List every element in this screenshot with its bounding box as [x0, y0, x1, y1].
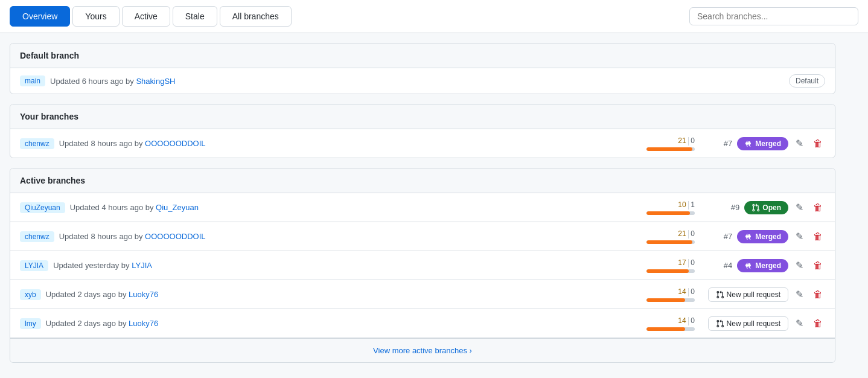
active-branch-row-1: chenwz Updated 8 hours ago by OOOOOODDOI…: [10, 222, 835, 251]
branch-name-main[interactable]: main: [20, 75, 45, 86]
active-pr-area-0: #9 Open ✎ 🗑: [704, 199, 825, 216]
bar-2: [646, 269, 695, 273]
active-branch-name-0[interactable]: QiuZeyuan: [20, 202, 65, 213]
pr-number-active-0: #9: [731, 203, 739, 212]
tab-yours[interactable]: Yours: [72, 6, 119, 27]
search-input[interactable]: [689, 7, 858, 25]
view-more-active[interactable]: View more active branches ›: [10, 338, 835, 362]
your-branches-section: Your branches chenwz Updated 8 hours ago…: [10, 104, 835, 158]
your-branch-meta-0: Updated 8 hours ago by OOOOOODDOIL: [59, 139, 637, 148]
tab-overview[interactable]: Overview: [10, 6, 70, 27]
bar-1: [646, 240, 695, 244]
active-branch-name-1[interactable]: chenwz: [20, 231, 54, 242]
delete-active-4[interactable]: 🗑: [811, 316, 825, 332]
active-branch-bar-2: 17 | 0: [646, 258, 695, 273]
ahead-1: 21: [678, 229, 686, 238]
delete-button-your-0[interactable]: 🗑: [811, 136, 825, 152]
active-branch-row-3: xyb Updated 2 days ago by Luoky76 14 | 0…: [10, 280, 835, 309]
new-pr-badge-4[interactable]: New pull request: [708, 316, 788, 331]
active-branch-meta-3: Updated 2 days ago by Luoky76: [46, 290, 637, 299]
tab-active[interactable]: Active: [122, 6, 170, 27]
edit-button-your-0[interactable]: ✎: [793, 135, 806, 152]
new-pr-badge-3[interactable]: New pull request: [708, 287, 788, 302]
active-branches-header: Active branches: [10, 168, 835, 193]
active-branch-bar-0: 10 | 1: [646, 200, 695, 215]
default-branch-header: Default branch: [10, 43, 835, 68]
merged-badge-active-1[interactable]: Merged: [737, 230, 788, 243]
tab-all-branches[interactable]: All branches: [220, 6, 292, 27]
active-branch-name-4[interactable]: lmy: [20, 318, 41, 329]
merged-label-active-1: Merged: [755, 232, 781, 241]
bar-track-your-0: [646, 147, 695, 151]
behind-0: 1: [691, 200, 695, 209]
bar-fill-your-0: [646, 147, 692, 151]
pr-number-active-1: #7: [724, 232, 732, 241]
default-badge: Default: [789, 74, 825, 88]
bar-0: [646, 211, 695, 215]
active-pr-area-2: #4 Merged ✎ 🗑: [704, 257, 825, 274]
active-branch-bar-3: 14 | 0: [646, 287, 695, 302]
pr-number-your-0: #7: [724, 139, 732, 148]
active-pr-area-1: #7 Merged ✎ 🗑: [704, 228, 825, 245]
active-branch-row-4: lmy Updated 2 days ago by Luoky76 14 | 0…: [10, 309, 835, 338]
behind-count-your-0: 0: [691, 136, 695, 145]
branch-tabs: Overview Yours Active Stale All branches: [10, 6, 294, 27]
your-branch-user-0[interactable]: OOOOOODDOIL: [145, 139, 205, 148]
ahead-4: 14: [678, 316, 686, 325]
active-branch-meta-4: Updated 2 days ago by Luoky76: [46, 319, 637, 328]
active-branch-bar-4: 14 | 0: [646, 316, 695, 331]
ahead-3: 14: [678, 287, 686, 296]
tab-stale[interactable]: Stale: [173, 6, 217, 27]
active-branch-name-2[interactable]: LYJIA: [20, 260, 48, 271]
pr-number-active-2: #4: [724, 261, 732, 270]
behind-1: 0: [691, 229, 695, 238]
chevron-right-icon: ›: [470, 346, 472, 355]
edit-active-0[interactable]: ✎: [793, 199, 806, 216]
behind-3: 0: [691, 287, 695, 296]
active-branch-user-3[interactable]: Luoky76: [129, 290, 158, 299]
new-pr-label-4: New pull request: [727, 319, 780, 328]
open-badge-0[interactable]: Open: [744, 201, 788, 214]
your-branches-header: Your branches: [10, 104, 835, 129]
active-branch-row-0: QiuZeyuan Updated 4 hours ago by Qiu_Zey…: [10, 193, 835, 222]
your-branch-pr-area-0: #7 Merged ✎ 🗑: [704, 135, 825, 152]
ahead-count-your-0: 21: [678, 136, 686, 145]
view-more-label: View more active branches: [373, 346, 467, 355]
delete-active-0[interactable]: 🗑: [811, 200, 825, 216]
edit-active-1[interactable]: ✎: [793, 228, 806, 245]
merged-badge-active-2[interactable]: Merged: [737, 259, 788, 272]
active-branch-meta-2: Updated yesterday by LYJIA: [53, 261, 637, 270]
active-branch-user-0[interactable]: Qiu_Zeyuan: [156, 203, 199, 212]
your-branch-name-0[interactable]: chenwz: [20, 138, 54, 149]
branch-user-main[interactable]: ShakingSH: [136, 77, 175, 86]
main-content: Default branch main Updated 6 hours ago …: [0, 33, 845, 378]
active-pr-area-4: New pull request ✎ 🗑: [704, 315, 825, 332]
active-branch-user-2[interactable]: LYJIA: [132, 261, 152, 270]
edit-active-2[interactable]: ✎: [793, 257, 806, 274]
merged-badge-your-0[interactable]: Merged: [737, 137, 788, 150]
behind-4: 0: [691, 316, 695, 325]
new-pr-label-3: New pull request: [727, 290, 780, 299]
edit-active-3[interactable]: ✎: [793, 286, 806, 303]
behind-2: 0: [691, 258, 695, 267]
delete-active-3[interactable]: 🗑: [811, 287, 825, 303]
active-pr-area-3: New pull request ✎ 🗑: [704, 286, 825, 303]
your-branch-row-0: chenwz Updated 8 hours ago by OOOOOODDOI…: [10, 129, 835, 158]
active-branch-user-1[interactable]: OOOOOODDOIL: [145, 232, 205, 241]
bar-3: [646, 298, 695, 302]
delete-active-2[interactable]: 🗑: [811, 258, 825, 274]
active-branch-user-4[interactable]: Luoky76: [129, 319, 158, 328]
active-branch-row-2: LYJIA Updated yesterday by LYJIA 17 | 0 …: [10, 251, 835, 280]
active-branch-bar-1: 21 | 0: [646, 229, 695, 244]
top-navigation: Overview Yours Active Stale All branches: [0, 0, 868, 33]
delete-active-1[interactable]: 🗑: [811, 229, 825, 245]
branch-meta-main: Updated 6 hours ago by ShakingSH: [50, 77, 789, 86]
your-branch-bar-0: 21 | 0: [646, 136, 695, 151]
active-branches-section: Active branches QiuZeyuan Updated 4 hour…: [10, 168, 835, 363]
edit-active-4[interactable]: ✎: [793, 315, 806, 332]
active-branch-meta-1: Updated 8 hours ago by OOOOOODDOIL: [59, 232, 637, 241]
merged-label-your-0: Merged: [755, 139, 781, 148]
active-branch-name-3[interactable]: xyb: [20, 289, 41, 300]
ahead-0: 10: [678, 200, 686, 209]
merged-label-active-2: Merged: [755, 261, 781, 270]
